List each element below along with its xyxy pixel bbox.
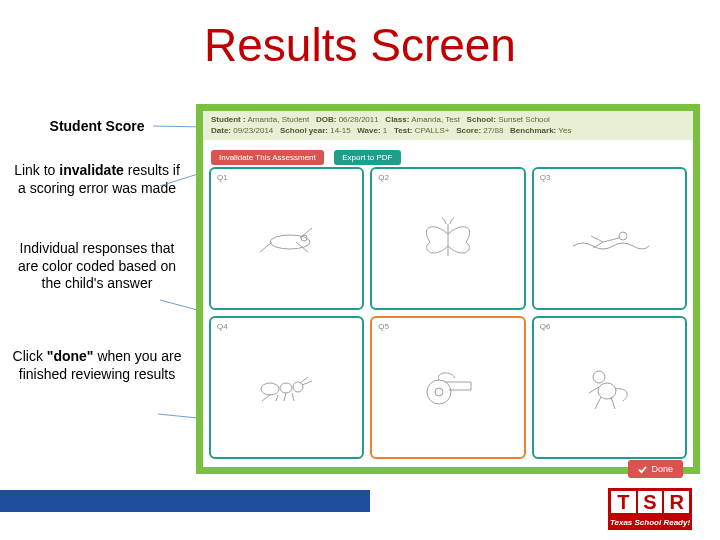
- logo-letter: S: [638, 491, 663, 513]
- card-label: Q2: [378, 173, 389, 182]
- footer-bar: [0, 490, 370, 512]
- export-pdf-button[interactable]: Export to PDF: [334, 150, 400, 165]
- done-button[interactable]: Done: [628, 460, 683, 478]
- grasshopper-icon: [252, 222, 322, 256]
- annot-student-score: Student Score: [12, 118, 182, 136]
- tsr-logo: T S R Texas School Ready!: [608, 488, 692, 530]
- svg-point-4: [270, 235, 310, 249]
- response-card[interactable]: Q6: [532, 316, 687, 459]
- monkey-icon: [581, 365, 637, 411]
- ant-icon: [252, 373, 322, 403]
- response-grid: Q1 Q2 Q3 Q4 Q5 Q6: [209, 167, 687, 459]
- svg-point-11: [435, 388, 443, 396]
- svg-point-13: [598, 383, 616, 399]
- svg-point-10: [427, 380, 451, 404]
- svg-point-6: [619, 232, 627, 240]
- response-card[interactable]: Q5: [370, 316, 525, 459]
- annot-invalidate: Link to invalidate results if a scoring …: [12, 162, 182, 197]
- card-label: Q3: [540, 173, 551, 182]
- svg-point-9: [293, 382, 303, 392]
- info-header: Student : Amanda, Student DOB: 06/28/201…: [203, 111, 693, 140]
- results-screenshot: Student : Amanda, Student DOB: 06/28/201…: [196, 104, 700, 474]
- card-label: Q4: [217, 322, 228, 331]
- card-label: Q6: [540, 322, 551, 331]
- whistle-icon: [415, 368, 481, 408]
- page-title: Results Screen: [0, 18, 720, 72]
- svg-point-7: [261, 383, 279, 395]
- response-card[interactable]: Q2: [370, 167, 525, 310]
- check-icon: [638, 465, 647, 474]
- response-card[interactable]: Q4: [209, 316, 364, 459]
- svg-point-12: [593, 371, 605, 383]
- swimmer-icon: [569, 224, 649, 254]
- svg-point-8: [280, 383, 292, 393]
- card-label: Q5: [378, 322, 389, 331]
- card-label: Q1: [217, 173, 228, 182]
- logo-letter: R: [664, 491, 689, 513]
- butterfly-icon: [418, 216, 478, 262]
- response-card[interactable]: Q1: [209, 167, 364, 310]
- logo-letter: T: [611, 491, 636, 513]
- annot-responses: Individual responses that are color code…: [12, 240, 182, 293]
- invalidate-button[interactable]: Invalidate This Assessment: [211, 150, 324, 165]
- annot-done: Click "done" when you are finished revie…: [12, 348, 182, 383]
- response-card[interactable]: Q3: [532, 167, 687, 310]
- logo-subtitle: Texas School Ready!: [608, 516, 692, 530]
